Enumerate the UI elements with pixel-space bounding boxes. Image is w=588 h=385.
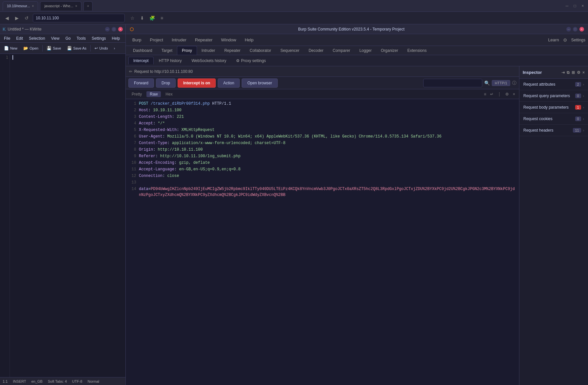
line-text <box>139 180 516 185</box>
extensions-button[interactable]: 🧩 <box>148 15 156 21</box>
menu-view[interactable]: View <box>48 35 62 41</box>
reload-button[interactable]: ↺ <box>23 15 30 21</box>
inspector-item[interactable]: Request headers11› <box>519 125 588 136</box>
minimize-button[interactable]: ─ <box>564 3 570 9</box>
kwrite-logo-icon: K <box>3 27 6 32</box>
search-color-icon[interactable]: 🔍 <box>484 80 490 86</box>
view-tab-hex[interactable]: Hex <box>162 91 176 97</box>
tab-intruder[interactable]: Intruder <box>197 46 220 55</box>
proxy-tab-websockets[interactable]: WebSockets history <box>187 57 231 64</box>
more-button[interactable]: › <box>111 44 118 53</box>
inspector-split-icon[interactable]: ⧉ <box>567 70 570 75</box>
tab-comparer[interactable]: Comparer <box>328 46 355 55</box>
new-tab-button[interactable]: + <box>83 1 93 11</box>
nav-intruder-menu[interactable]: Intruder <box>168 36 190 44</box>
burp-close[interactable]: × <box>579 27 584 32</box>
tab1-close[interactable]: × <box>32 4 34 8</box>
inspector-item[interactable]: Request cookies0› <box>519 113 588 125</box>
burp-minimize[interactable]: ─ <box>566 27 571 32</box>
address-bar[interactable] <box>33 14 125 22</box>
menu-selection[interactable]: Selection <box>26 35 48 41</box>
kwrite-maximize[interactable]: □ <box>112 27 116 32</box>
nav-project[interactable]: Project <box>146 36 167 44</box>
view-tab-pretty[interactable]: Pretty <box>128 91 145 97</box>
line-text: Origin: http://10.10.11.100 <box>139 147 516 153</box>
info-icon[interactable]: ⓘ <box>512 80 516 86</box>
download-button[interactable]: ⬇ <box>139 15 146 21</box>
nav-burp[interactable]: Burp <box>128 36 145 44</box>
menu-go[interactable]: Go <box>63 35 73 41</box>
inspector-item[interactable]: Request query parameters0› <box>519 90 588 102</box>
http-request-content[interactable]: 1POST /tracker_diRbPr00f314.php HTTP/1.1… <box>126 99 519 385</box>
drop-button[interactable]: Drop <box>156 78 176 88</box>
wrap-icon[interactable]: ↵ <box>489 91 495 97</box>
save-button[interactable]: 💾 Save <box>44 44 64 53</box>
back-button[interactable]: ◀ <box>3 15 11 21</box>
menu-settings[interactable]: Settings <box>89 35 108 41</box>
menu-file[interactable]: File <box>1 35 13 41</box>
nav-window[interactable]: Window <box>217 36 240 44</box>
request-url-bar: ✏ Request to http://10.10.11.100:80 <box>126 66 519 77</box>
menu-tools[interactable]: Tools <box>74 35 88 41</box>
open-browser-button[interactable]: Open browser <box>242 78 277 88</box>
list-view-icon[interactable]: ≡ <box>483 91 488 97</box>
tab-sequencer[interactable]: Sequencer <box>276 46 304 55</box>
intercept-toggle[interactable]: Intercept is on <box>178 78 216 88</box>
http-line: 5X-Requested-With: XMLHttpRequest <box>126 127 519 133</box>
nav-repeater-menu[interactable]: Repeater <box>191 36 216 44</box>
tab-repeater[interactable]: Repeater <box>220 46 245 55</box>
inspector-align-icon[interactable]: ⊞ <box>572 70 575 75</box>
view-tab-raw[interactable]: Raw <box>146 91 161 97</box>
inspector-settings-icon[interactable]: ⚙ <box>577 70 580 75</box>
tab-collaborator[interactable]: Collaborator <box>245 46 276 55</box>
browser-tab-1[interactable]: 10.10/resour... × <box>3 1 38 11</box>
tab2-close[interactable]: × <box>75 4 77 8</box>
tab-extensions[interactable]: Extensions <box>403 46 431 55</box>
browser-tab-2[interactable]: javascript - Whe... × <box>40 1 81 11</box>
browser-nav: ◀ ▶ ↺ ☆ ⬇ 🧩 ≡ <box>0 12 588 24</box>
proxy-tab-intercept[interactable]: Intercept <box>128 57 154 64</box>
open-button[interactable]: 📂 Open <box>21 44 41 53</box>
kwrite-minimize[interactable]: ─ <box>105 27 110 32</box>
http-line: 7Content-Type: application/x-www-form-ur… <box>126 140 519 146</box>
nav-learn[interactable]: Learn <box>548 37 559 42</box>
menu-help[interactable]: Help <box>109 35 123 41</box>
search-input[interactable] <box>423 79 482 87</box>
menu-button[interactable]: ≡ <box>158 15 165 21</box>
bookmark-button[interactable]: ☆ <box>129 15 136 21</box>
toolbar-sep-1 <box>42 45 43 52</box>
settings-icon[interactable]: ⚙ <box>563 37 567 43</box>
proxy-tab-http-history[interactable]: HTTP history <box>154 57 186 64</box>
kwrite-panel: K Untitled * — KWrite ─ □ × File Edit Se… <box>0 24 126 385</box>
forward-button[interactable]: Forward <box>128 78 154 88</box>
gear-view-icon[interactable]: ⚙ <box>504 91 510 97</box>
tab-target[interactable]: Target <box>157 46 177 55</box>
inspector-item[interactable]: Request attributes2› <box>519 79 588 90</box>
request-url: Request to http://10.10.11.100:80 <box>134 69 193 74</box>
close-view-icon[interactable]: × <box>512 91 516 97</box>
inspector-item[interactable]: Request body parameters1› <box>519 102 588 113</box>
tab-proxy[interactable]: Proxy <box>177 46 197 55</box>
proxy-tab-settings[interactable]: ⚙ Proxy settings <box>231 57 270 64</box>
close-button[interactable]: × <box>580 3 585 9</box>
nav-help[interactable]: Help <box>241 36 257 44</box>
kwrite-close[interactable]: × <box>118 27 123 32</box>
new-button[interactable]: 📄 New <box>1 44 20 53</box>
burp-maximize[interactable]: □ <box>573 27 577 32</box>
http-line: 8Origin: http://10.10.11.100 <box>126 146 519 153</box>
tab-organizer[interactable]: Organizer <box>376 46 403 55</box>
settings-text[interactable]: Settings <box>571 38 585 42</box>
editor-textarea[interactable] <box>10 54 125 377</box>
restore-button[interactable]: □ <box>572 3 577 9</box>
tab-logger[interactable]: Logger <box>355 46 376 55</box>
menu-edit[interactable]: Edit <box>13 35 26 41</box>
undo-button[interactable]: ↩ Undo <box>92 44 110 53</box>
tab-dashboard[interactable]: Dashboard <box>128 46 157 55</box>
forward-button[interactable]: ▶ <box>13 15 20 21</box>
save-as-button[interactable]: 💾 Save As <box>64 44 89 53</box>
tab-decoder[interactable]: Decoder <box>304 46 328 55</box>
inspector-close-icon[interactable]: × <box>582 70 585 75</box>
more-view-icon[interactable]: ⋮ <box>496 91 503 97</box>
action-button[interactable]: Action <box>218 78 240 88</box>
inspector-expand-icon[interactable]: ⇥ <box>561 70 565 75</box>
